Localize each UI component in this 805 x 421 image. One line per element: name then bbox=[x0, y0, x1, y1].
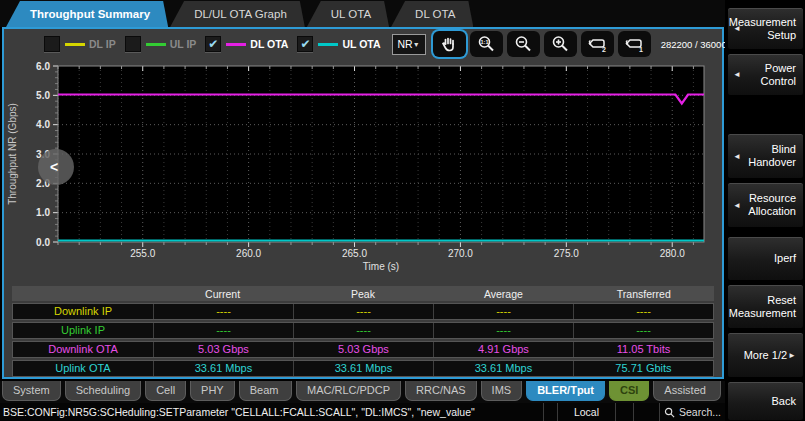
left-arrow-icon: ◄ bbox=[733, 201, 741, 210]
svg-text:255.0: 255.0 bbox=[130, 248, 155, 259]
tab-scheduling[interactable]: Scheduling bbox=[65, 381, 141, 401]
tab-throughput-summary[interactable]: Throughput Summary bbox=[6, 1, 168, 27]
legend-toolbar-row: DL IP UL IP ✔ DL OTA ✔ UL OTA NR ▼ bbox=[4, 29, 722, 59]
softkey-label: Iperf bbox=[774, 252, 796, 265]
tab-dl-ul-ota-graph[interactable]: DL/UL OTA Graph bbox=[170, 1, 305, 27]
search-box[interactable]: Search... bbox=[659, 403, 725, 421]
tab-bler-tput[interactable]: BLER/Tput bbox=[526, 381, 605, 401]
tab-ul-ota[interactable]: UL OTA bbox=[307, 1, 389, 27]
cell-transferred: 11.05 Tbits bbox=[573, 342, 713, 357]
cell-average: 33.61 Mbps bbox=[433, 361, 573, 376]
dl-ip-color-swatch bbox=[65, 43, 85, 46]
tab-cell[interactable]: Cell bbox=[145, 381, 186, 401]
tab-assisted-tx-meas[interactable]: Assisted Tx Meas bbox=[653, 381, 721, 401]
blind-handover-button[interactable]: ◄ Blind Handover bbox=[727, 133, 804, 179]
throughput-table: Current Peak Average Transferred Downlin… bbox=[12, 286, 714, 377]
ul-ip-color-swatch bbox=[146, 43, 166, 46]
tab-rrc-nas[interactable]: RRC/NAS bbox=[405, 381, 477, 401]
iperf-button[interactable]: Iperf bbox=[727, 236, 804, 281]
cell-transferred: ---- bbox=[573, 323, 713, 338]
tab-ims[interactable]: IMS bbox=[481, 381, 523, 401]
header-transferred: Transferred bbox=[574, 288, 714, 300]
svg-text:1:1: 1:1 bbox=[481, 39, 489, 45]
tab-dl-ota[interactable]: DL OTA bbox=[391, 1, 473, 27]
power-control-button[interactable]: ◄ Power Control bbox=[727, 53, 804, 96]
svg-text:0.0: 0.0 bbox=[36, 237, 50, 248]
technology-select[interactable]: NR ▼ bbox=[392, 34, 426, 55]
ul-ip-label: UL IP bbox=[170, 38, 197, 50]
table-row-downlink-ota: Downlink OTA 5.03 Gbps 5.03 Gbps 4.91 Gb… bbox=[12, 341, 714, 358]
svg-text:2: 2 bbox=[602, 46, 606, 53]
header-peak: Peak bbox=[293, 288, 433, 300]
reset-measurement-button[interactable]: Reset Measurement bbox=[727, 284, 804, 329]
left-arrow-icon: ◄ bbox=[733, 24, 741, 33]
legend-item-dl-ip: DL IP bbox=[44, 36, 116, 52]
throughput-chart-svg[interactable]: 255.0260.0265.0270.0275.0280.00.01.02.03… bbox=[4, 59, 722, 284]
cell-current: ---- bbox=[153, 304, 293, 319]
legend-item-ul-ota: ✔ UL OTA bbox=[297, 36, 380, 52]
tab-system[interactable]: System bbox=[2, 381, 61, 401]
left-arrow-icon: ◄ bbox=[733, 70, 741, 79]
row-label: Downlink OTA bbox=[13, 342, 153, 357]
ul-ip-checkbox[interactable] bbox=[125, 36, 141, 52]
svg-text:1: 1 bbox=[639, 46, 643, 53]
zoom-one-to-one-button[interactable]: 1:1 bbox=[470, 31, 503, 57]
search-icon bbox=[664, 407, 675, 418]
cell-peak: 33.61 Mbps bbox=[293, 361, 433, 376]
ul-ota-checkbox[interactable]: ✔ bbox=[297, 36, 313, 52]
marker-2-icon: 2 bbox=[586, 34, 608, 54]
scpi-command-text: BSE:CONFig:NR5G:SCHeduling:SETParameter … bbox=[0, 406, 543, 418]
status-cell-blank-2 bbox=[615, 403, 633, 421]
table-row-uplink-ota: Uplink OTA 33.61 Mbps 33.61 Mbps 33.61 M… bbox=[12, 360, 714, 377]
zoom-out-button[interactable] bbox=[507, 31, 540, 57]
dl-ota-color-swatch bbox=[226, 43, 246, 46]
throughput-chart: 255.0260.0265.0270.0275.0280.00.01.02.03… bbox=[4, 59, 722, 284]
svg-text:270.0: 270.0 bbox=[448, 248, 473, 259]
tab-beam-mgmt[interactable]: Beam Mgmt bbox=[239, 381, 292, 401]
table-row-downlink-ip: Downlink IP ---- ---- ---- ---- bbox=[12, 303, 714, 320]
svg-text:Throughput NR (Gbps): Throughput NR (Gbps) bbox=[7, 103, 18, 205]
measurement-setup-button[interactable]: ◄ Measurement Setup bbox=[727, 7, 804, 50]
tab-csi[interactable]: CSI bbox=[609, 381, 649, 401]
dl-ota-checkbox[interactable]: ✔ bbox=[205, 36, 221, 52]
cell-average: 4.91 Gbps bbox=[433, 342, 573, 357]
softkey-label: Power Control bbox=[761, 62, 796, 88]
cell-peak: 5.03 Gbps bbox=[293, 342, 433, 357]
table-header-row: Current Peak Average Transferred bbox=[12, 286, 714, 301]
pan-button[interactable] bbox=[433, 31, 466, 57]
zoom-in-button[interactable] bbox=[544, 31, 577, 57]
sample-counter: 282200 / 360000 bbox=[661, 39, 732, 50]
row-label: Uplink IP bbox=[13, 323, 153, 338]
marker-1-button[interactable]: 1 bbox=[618, 31, 651, 57]
svg-text:<: < bbox=[50, 159, 58, 175]
svg-text:275.0: 275.0 bbox=[554, 248, 579, 259]
cell-current: 33.61 Mbps bbox=[153, 361, 293, 376]
back-button[interactable]: Back bbox=[727, 381, 804, 421]
cell-average: ---- bbox=[433, 323, 573, 338]
ul-ota-label: UL OTA bbox=[342, 38, 380, 50]
header-current: Current bbox=[152, 288, 292, 300]
cell-current: 5.03 Gbps bbox=[153, 342, 293, 357]
softkey-label: Reset Measurement bbox=[729, 294, 796, 320]
right-arrow-icon: ► bbox=[788, 351, 796, 360]
softkey-sidebar: ◄ Measurement Setup ◄ Power Control ◄ Bl… bbox=[725, 0, 805, 421]
tab-phy[interactable]: PHY bbox=[190, 381, 235, 401]
resource-allocation-button[interactable]: ◄ Resource Allocation bbox=[727, 182, 804, 228]
row-label: Downlink IP bbox=[13, 304, 153, 319]
config-tab-bar: System Scheduling Cell PHY Beam Mgmt MAC… bbox=[0, 381, 725, 403]
dl-ip-label: DL IP bbox=[89, 38, 116, 50]
svg-text:Time (s): Time (s) bbox=[363, 261, 399, 272]
dl-ip-checkbox[interactable] bbox=[44, 36, 60, 52]
status-cell-blank-1 bbox=[543, 403, 557, 421]
svg-text:5.0: 5.0 bbox=[36, 90, 50, 101]
zoom-1-1-icon: 1:1 bbox=[476, 34, 496, 54]
technology-select-value: NR bbox=[398, 38, 413, 50]
cell-transferred: ---- bbox=[573, 304, 713, 319]
table-row-uplink-ip: Uplink IP ---- ---- ---- ---- bbox=[12, 322, 714, 339]
marker-2-button[interactable]: 2 bbox=[581, 31, 614, 57]
row-label: Uplink OTA bbox=[13, 361, 153, 376]
ul-ota-color-swatch bbox=[318, 43, 338, 46]
legend-item-dl-ota: ✔ DL OTA bbox=[205, 36, 288, 52]
more-pages-button[interactable]: More 1/2 ► bbox=[727, 332, 804, 378]
tab-mac-rlc-pdcp[interactable]: MAC/RLC/PDCP bbox=[296, 381, 401, 401]
